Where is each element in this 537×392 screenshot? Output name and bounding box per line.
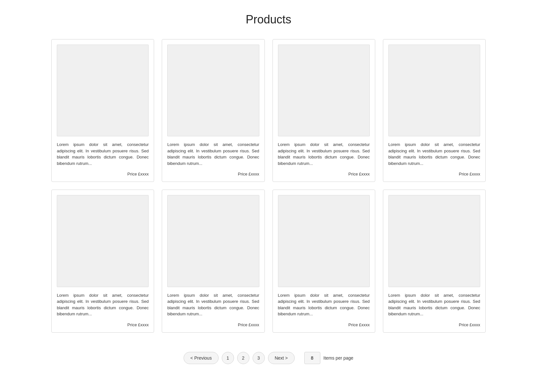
items-per-page-section: Items per page xyxy=(304,352,353,364)
product-price-7: Price £xxxx xyxy=(278,322,370,327)
product-image-8 xyxy=(388,195,480,287)
pagination-container: < Previous 1 2 3 Next > Items per page xyxy=(51,345,486,377)
product-card-3[interactable]: Lorem ipsum dolor sit amet, consectetur … xyxy=(273,39,375,182)
page-number-1[interactable]: 1 xyxy=(222,352,234,364)
product-description-8: Lorem ipsum dolor sit amet, consectetur … xyxy=(388,292,480,317)
previous-button[interactable]: < Previous xyxy=(184,352,219,364)
product-description-3: Lorem ipsum dolor sit amet, consectetur … xyxy=(278,141,370,166)
product-image-2 xyxy=(167,45,259,136)
page-title: Products xyxy=(51,13,486,26)
items-per-page-input[interactable] xyxy=(304,352,320,364)
product-card-8[interactable]: Lorem ipsum dolor sit amet, consectetur … xyxy=(383,190,486,332)
product-price-8: Price £xxxx xyxy=(388,322,480,327)
page-number-2[interactable]: 2 xyxy=(237,352,249,364)
product-image-3 xyxy=(278,45,370,136)
product-image-7 xyxy=(278,195,370,287)
product-price-2: Price £xxxx xyxy=(167,172,259,176)
product-price-5: Price £xxxx xyxy=(57,322,149,327)
product-card-7[interactable]: Lorem ipsum dolor sit amet, consectetur … xyxy=(273,190,375,332)
items-per-page-label: Items per page xyxy=(324,355,353,361)
product-description-1: Lorem ipsum dolor sit amet, consectetur … xyxy=(57,141,149,166)
product-description-7: Lorem ipsum dolor sit amet, consectetur … xyxy=(278,292,370,317)
product-description-6: Lorem ipsum dolor sit amet, consectetur … xyxy=(167,292,259,317)
product-card-2[interactable]: Lorem ipsum dolor sit amet, consectetur … xyxy=(162,39,264,182)
products-grid: Lorem ipsum dolor sit amet, consectetur … xyxy=(51,39,486,333)
next-button[interactable]: Next > xyxy=(268,352,295,364)
page-number-3[interactable]: 3 xyxy=(253,352,265,364)
product-price-6: Price £xxxx xyxy=(167,322,259,327)
product-card-5[interactable]: Lorem ipsum dolor sit amet, consectetur … xyxy=(51,190,154,332)
product-card-6[interactable]: Lorem ipsum dolor sit amet, consectetur … xyxy=(162,190,264,332)
product-card-4[interactable]: Lorem ipsum dolor sit amet, consectetur … xyxy=(383,39,486,182)
product-image-5 xyxy=(57,195,149,287)
product-price-4: Price £xxxx xyxy=(388,172,480,176)
product-description-2: Lorem ipsum dolor sit amet, consectetur … xyxy=(167,141,259,166)
product-price-1: Price £xxxx xyxy=(57,172,149,176)
product-description-5: Lorem ipsum dolor sit amet, consectetur … xyxy=(57,292,149,317)
product-description-4: Lorem ipsum dolor sit amet, consectetur … xyxy=(388,141,480,166)
product-image-4 xyxy=(388,45,480,136)
product-card-1[interactable]: Lorem ipsum dolor sit amet, consectetur … xyxy=(51,39,154,182)
product-price-3: Price £xxxx xyxy=(278,172,370,176)
page-container: Products Lorem ipsum dolor sit amet, con… xyxy=(0,0,537,390)
product-image-6 xyxy=(167,195,259,287)
product-image-1 xyxy=(57,45,149,136)
